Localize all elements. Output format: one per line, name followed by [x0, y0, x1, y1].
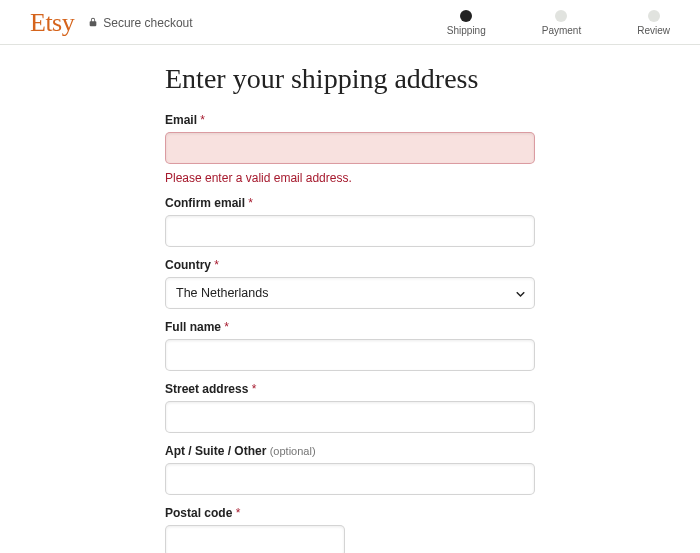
apt-suite-field[interactable]	[165, 463, 535, 495]
full-name-field[interactable]	[165, 339, 535, 371]
step-dot-icon	[648, 10, 660, 22]
step-label: Payment	[542, 25, 581, 36]
secure-checkout-badge: Secure checkout	[88, 16, 192, 31]
street-address-field[interactable]	[165, 401, 535, 433]
country-select[interactable]: The Netherlands	[165, 277, 535, 309]
confirm-email-field[interactable]	[165, 215, 535, 247]
step-review: Review	[637, 10, 670, 36]
secure-label: Secure checkout	[103, 16, 192, 30]
step-dot-icon	[460, 10, 472, 22]
label-country: Country *	[165, 258, 535, 272]
label-confirm-email: Confirm email *	[165, 196, 535, 210]
lock-icon	[88, 16, 98, 31]
step-shipping: Shipping	[447, 10, 486, 36]
label-street: Street address *	[165, 382, 535, 396]
step-label: Shipping	[447, 25, 486, 36]
logo[interactable]: Etsy	[30, 8, 74, 38]
email-field[interactable]	[165, 132, 535, 164]
label-full-name: Full name *	[165, 320, 535, 334]
checkout-steps: Shipping Payment Review	[447, 10, 670, 36]
label-postal: Postal code *	[165, 506, 535, 520]
step-dot-icon	[555, 10, 567, 22]
step-label: Review	[637, 25, 670, 36]
label-email: Email *	[165, 113, 535, 127]
step-payment: Payment	[542, 10, 581, 36]
page-title: Enter your shipping address	[165, 63, 535, 95]
postal-code-field[interactable]	[165, 525, 345, 553]
label-apt: Apt / Suite / Other (optional)	[165, 444, 535, 458]
email-error-text: Please enter a valid email address.	[165, 171, 535, 185]
